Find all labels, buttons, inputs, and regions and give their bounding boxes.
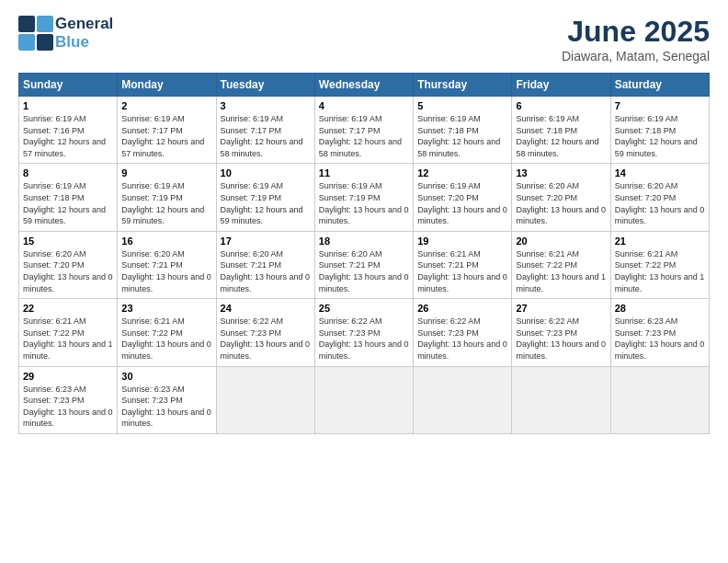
calendar-cell: [610, 366, 709, 433]
calendar-cell: 22Sunrise: 6:21 AMSunset: 7:22 PMDayligh…: [19, 299, 118, 366]
calendar-cell: 15Sunrise: 6:20 AMSunset: 7:20 PMDayligh…: [19, 231, 118, 298]
day-info: Sunrise: 6:19 AMSunset: 7:18 PMDaylight:…: [23, 180, 113, 226]
calendar-cell: 27Sunrise: 6:22 AMSunset: 7:23 PMDayligh…: [512, 299, 610, 366]
calendar-cell: 8Sunrise: 6:19 AMSunset: 7:18 PMDaylight…: [19, 164, 118, 231]
svg-rect-0: [18, 16, 35, 32]
logo-icon: [18, 16, 53, 51]
day-number: 1: [23, 100, 113, 111]
calendar-cell: 14Sunrise: 6:20 AMSunset: 7:20 PMDayligh…: [610, 164, 709, 231]
day-number: 25: [319, 303, 409, 314]
calendar-cell: [314, 366, 413, 433]
calendar-cell: 5Sunrise: 6:19 AMSunset: 7:18 PMDaylight…: [414, 97, 512, 164]
svg-rect-3: [37, 34, 53, 51]
day-info: Sunrise: 6:22 AMSunset: 7:23 PMDaylight:…: [221, 316, 311, 362]
subtitle: Diawara, Matam, Senegal: [562, 49, 710, 63]
day-number: 3: [221, 100, 311, 111]
day-number: 19: [417, 236, 507, 247]
day-info: Sunrise: 6:23 AMSunset: 7:23 PMDaylight:…: [23, 384, 113, 430]
title-block: June 2025 Diawara, Matam, Senegal: [562, 15, 710, 63]
calendar-cell: 6Sunrise: 6:19 AMSunset: 7:18 PMDaylight…: [512, 97, 610, 164]
calendar-cell: [512, 366, 610, 433]
calendar-cell: 10Sunrise: 6:19 AMSunset: 7:19 PMDayligh…: [216, 164, 314, 231]
day-info: Sunrise: 6:21 AMSunset: 7:22 PMDaylight:…: [23, 316, 113, 362]
col-wednesday: Wednesday: [314, 74, 413, 97]
calendar-cell: 29Sunrise: 6:23 AMSunset: 7:23 PMDayligh…: [19, 366, 118, 433]
day-info: Sunrise: 6:20 AMSunset: 7:21 PMDaylight:…: [221, 248, 311, 294]
day-number: 21: [615, 236, 705, 247]
day-info: Sunrise: 6:19 AMSunset: 7:18 PMDaylight:…: [615, 113, 705, 159]
day-number: 29: [23, 371, 113, 382]
day-number: 5: [417, 100, 507, 111]
calendar-week-row: 8Sunrise: 6:19 AMSunset: 7:18 PMDaylight…: [19, 164, 710, 231]
calendar-cell: 21Sunrise: 6:21 AMSunset: 7:22 PMDayligh…: [610, 231, 709, 298]
col-monday: Monday: [118, 74, 216, 97]
day-info: Sunrise: 6:19 AMSunset: 7:17 PMDaylight:…: [121, 113, 211, 159]
day-info: Sunrise: 6:19 AMSunset: 7:19 PMDaylight:…: [221, 180, 311, 226]
day-info: Sunrise: 6:23 AMSunset: 7:23 PMDaylight:…: [615, 316, 705, 362]
day-info: Sunrise: 6:21 AMSunset: 7:21 PMDaylight:…: [417, 248, 507, 294]
col-friday: Friday: [512, 74, 610, 97]
day-number: 22: [23, 303, 113, 314]
calendar-cell: 2Sunrise: 6:19 AMSunset: 7:17 PMDaylight…: [118, 97, 216, 164]
calendar-cell: 16Sunrise: 6:20 AMSunset: 7:21 PMDayligh…: [118, 231, 216, 298]
calendar-cell: 23Sunrise: 6:21 AMSunset: 7:22 PMDayligh…: [118, 299, 216, 366]
calendar-cell: 3Sunrise: 6:19 AMSunset: 7:17 PMDaylight…: [216, 97, 314, 164]
day-info: Sunrise: 6:19 AMSunset: 7:16 PMDaylight:…: [23, 113, 113, 159]
day-number: 17: [221, 236, 311, 247]
calendar-cell: 28Sunrise: 6:23 AMSunset: 7:23 PMDayligh…: [610, 299, 709, 366]
day-info: Sunrise: 6:19 AMSunset: 7:18 PMDaylight:…: [516, 113, 606, 159]
day-number: 27: [516, 303, 606, 314]
calendar-week-row: 29Sunrise: 6:23 AMSunset: 7:23 PMDayligh…: [19, 366, 710, 433]
day-number: 8: [23, 167, 113, 178]
col-saturday: Saturday: [610, 74, 709, 97]
calendar-cell: 30Sunrise: 6:23 AMSunset: 7:23 PMDayligh…: [118, 366, 216, 433]
calendar-cell: 1Sunrise: 6:19 AMSunset: 7:16 PMDaylight…: [19, 97, 118, 164]
day-info: Sunrise: 6:19 AMSunset: 7:19 PMDaylight:…: [319, 180, 409, 226]
calendar-cell: 24Sunrise: 6:22 AMSunset: 7:23 PMDayligh…: [216, 299, 314, 366]
svg-rect-1: [37, 16, 53, 32]
calendar-cell: [216, 366, 314, 433]
main-title: June 2025: [562, 15, 710, 49]
calendar-week-row: 22Sunrise: 6:21 AMSunset: 7:22 PMDayligh…: [19, 299, 710, 366]
day-info: Sunrise: 6:22 AMSunset: 7:23 PMDaylight:…: [319, 316, 409, 362]
day-number: 6: [516, 100, 606, 111]
day-number: 10: [221, 167, 311, 178]
day-number: 28: [615, 303, 705, 314]
day-number: 11: [319, 167, 409, 178]
day-info: Sunrise: 6:21 AMSunset: 7:22 PMDaylight:…: [615, 248, 705, 294]
day-number: 16: [121, 236, 211, 247]
logo: General Blue: [18, 15, 113, 52]
day-number: 2: [121, 100, 211, 111]
calendar-cell: 20Sunrise: 6:21 AMSunset: 7:22 PMDayligh…: [512, 231, 610, 298]
col-thursday: Thursday: [414, 74, 512, 97]
header: General Blue June 2025 Diawara, Matam, S…: [18, 15, 710, 63]
day-number: 18: [319, 236, 409, 247]
day-info: Sunrise: 6:20 AMSunset: 7:21 PMDaylight:…: [121, 248, 211, 294]
day-number: 15: [23, 236, 113, 247]
page: General Blue June 2025 Diawara, Matam, S…: [0, 0, 728, 563]
calendar-cell: 11Sunrise: 6:19 AMSunset: 7:19 PMDayligh…: [314, 164, 413, 231]
day-number: 30: [121, 371, 211, 382]
day-number: 14: [615, 167, 705, 178]
calendar-week-row: 1Sunrise: 6:19 AMSunset: 7:16 PMDaylight…: [19, 97, 710, 164]
day-number: 7: [615, 100, 705, 111]
svg-rect-2: [18, 34, 35, 51]
calendar-cell: 19Sunrise: 6:21 AMSunset: 7:21 PMDayligh…: [414, 231, 512, 298]
day-info: Sunrise: 6:19 AMSunset: 7:18 PMDaylight:…: [417, 113, 507, 159]
day-info: Sunrise: 6:19 AMSunset: 7:19 PMDaylight:…: [121, 180, 211, 226]
day-info: Sunrise: 6:21 AMSunset: 7:22 PMDaylight:…: [516, 248, 606, 294]
calendar-cell: 18Sunrise: 6:20 AMSunset: 7:21 PMDayligh…: [314, 231, 413, 298]
calendar-week-row: 15Sunrise: 6:20 AMSunset: 7:20 PMDayligh…: [19, 231, 710, 298]
day-info: Sunrise: 6:20 AMSunset: 7:21 PMDaylight:…: [319, 248, 409, 294]
logo-general: General: [55, 15, 113, 33]
calendar-table: Sunday Monday Tuesday Wednesday Thursday…: [18, 73, 710, 434]
day-info: Sunrise: 6:21 AMSunset: 7:22 PMDaylight:…: [121, 316, 211, 362]
col-sunday: Sunday: [19, 74, 118, 97]
day-number: 20: [516, 236, 606, 247]
day-info: Sunrise: 6:19 AMSunset: 7:17 PMDaylight:…: [221, 113, 311, 159]
calendar-cell: 12Sunrise: 6:19 AMSunset: 7:20 PMDayligh…: [414, 164, 512, 231]
calendar-cell: 25Sunrise: 6:22 AMSunset: 7:23 PMDayligh…: [314, 299, 413, 366]
calendar-cell: [414, 366, 512, 433]
calendar-cell: 9Sunrise: 6:19 AMSunset: 7:19 PMDaylight…: [118, 164, 216, 231]
day-number: 13: [516, 167, 606, 178]
